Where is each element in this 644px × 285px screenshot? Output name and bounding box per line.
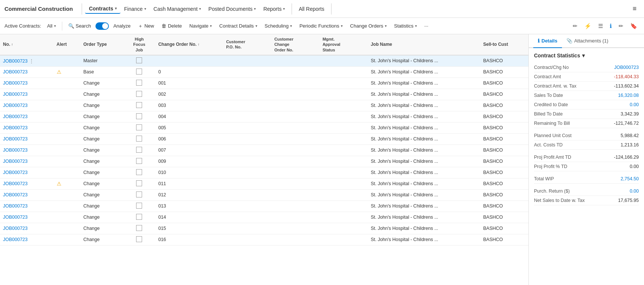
hfj-checkbox[interactable] (136, 147, 142, 153)
hfj-checkbox[interactable] (136, 225, 142, 231)
contract-statistics-title[interactable]: Contract Statistics ▾ (534, 53, 639, 58)
contract-no-link[interactable]: JOB000723 (3, 237, 28, 242)
more-button[interactable]: ··· (421, 22, 431, 30)
contract-no-link[interactable]: JOB000723 (3, 80, 28, 86)
hfj-checkbox[interactable] (136, 80, 142, 86)
table-row[interactable]: JOB000723Change003St. John's Hospital - … (0, 100, 528, 111)
nav-finance[interactable]: Finance ▾ (120, 4, 150, 13)
table-row[interactable]: JOB000723Change006St. John's Hospital - … (0, 133, 528, 145)
scheduling-button[interactable]: Scheduling ▾ (262, 22, 295, 30)
hfj-cell[interactable] (123, 234, 155, 245)
hfj-cell[interactable] (123, 77, 155, 89)
col-header-jobname[interactable]: Job Name (368, 34, 480, 55)
list-view-icon-button[interactable]: ☰ (596, 21, 605, 31)
table-area[interactable]: No. ↑ Alert Order Type HighFocusJob Chan… (0, 34, 528, 285)
col-header-alert[interactable]: Alert (54, 34, 81, 55)
hfj-cell[interactable] (123, 66, 155, 77)
col-header-custchg[interactable]: CustomerChangeOrder No. (271, 34, 320, 55)
periodic-functions-button[interactable]: Periodic Functions ▾ (296, 22, 346, 30)
table-row[interactable]: JOB000723Change015St. John's Hospital - … (0, 223, 528, 234)
bookmark-icon-button[interactable]: 🔖 (628, 21, 640, 31)
hfj-checkbox[interactable] (136, 236, 142, 242)
hfj-cell[interactable] (123, 189, 155, 200)
statistics-button[interactable]: Statistics ▾ (391, 22, 420, 30)
contract-no-link[interactable]: JOB000723 (3, 69, 28, 75)
contract-no-link[interactable]: JOB000723 (3, 58, 28, 64)
analyze-toggle[interactable] (95, 22, 109, 30)
hfj-cell[interactable] (123, 223, 155, 234)
contract-no-link[interactable]: JOB000723 (3, 114, 28, 119)
hfj-cell[interactable] (123, 212, 155, 223)
contract-no-link[interactable]: JOB000723 (3, 148, 28, 153)
table-row[interactable]: JOB000723Change016St. John's Hospital - … (0, 234, 528, 245)
table-row[interactable]: JOB000723⚠Base0St. John's Hospital - Chi… (0, 66, 528, 77)
col-header-chgno[interactable]: Change Order No. ↑ (155, 34, 223, 55)
hfj-checkbox[interactable] (136, 69, 142, 75)
hamburger-menu-icon[interactable]: ≡ (629, 3, 640, 14)
navigate-button[interactable]: Navigate ▾ (186, 22, 215, 30)
change-orders-button[interactable]: Change Orders ▾ (347, 22, 390, 30)
table-row[interactable]: JOB000723Change014St. John's Hospital - … (0, 212, 528, 223)
table-row[interactable]: JOB000723Change009St. John's Hospital - … (0, 156, 528, 167)
edit-icon-button[interactable]: ✏ (571, 21, 580, 31)
contract-no-link[interactable]: JOB000723 (3, 159, 28, 164)
hfj-checkbox[interactable] (136, 191, 142, 197)
nav-reports[interactable]: Reports ▾ (260, 4, 289, 13)
hfj-checkbox[interactable] (136, 113, 142, 119)
hfj-checkbox[interactable] (136, 91, 142, 97)
hfj-cell[interactable] (123, 156, 155, 167)
col-header-hfj[interactable]: HighFocusJob (123, 34, 155, 55)
tab-details[interactable]: ℹ Details (533, 34, 562, 48)
hfj-checkbox[interactable] (136, 214, 142, 220)
table-row[interactable]: JOB000723Change005St. John's Hospital - … (0, 122, 528, 133)
contract-no-link[interactable]: JOB000723 (3, 92, 28, 97)
table-row[interactable]: JOB000723Change002St. John's Hospital - … (0, 89, 528, 100)
hfj-cell[interactable] (123, 111, 155, 122)
contract-no-link[interactable]: JOB000723 (3, 215, 28, 220)
hfj-checkbox[interactable] (136, 180, 142, 186)
hfj-checkbox[interactable] (136, 169, 142, 175)
all-dropdown-button[interactable]: All ▾ (44, 22, 59, 30)
hfj-checkbox[interactable] (136, 136, 142, 142)
hfj-cell[interactable] (123, 89, 155, 100)
contract-no-link[interactable]: JOB000723 (3, 103, 28, 108)
nav-all-reports[interactable]: All Reports (295, 4, 328, 13)
col-header-no[interactable]: No. ↑ (0, 34, 54, 55)
hfj-checkbox[interactable] (136, 57, 142, 63)
contract-no-link[interactable]: JOB000723 (3, 125, 28, 130)
col-header-mgmtappr[interactable]: Mgmt.ApprovalStatus (320, 34, 368, 55)
nav-posted-documents[interactable]: Posted Documents ▾ (205, 4, 260, 13)
hfj-checkbox[interactable] (136, 124, 142, 130)
hfj-checkbox[interactable] (136, 203, 142, 209)
hfj-cell[interactable] (123, 167, 155, 178)
hfj-cell[interactable] (123, 100, 155, 111)
hfj-cell[interactable] (123, 178, 155, 189)
hfj-checkbox[interactable] (136, 158, 142, 164)
info-icon-button[interactable]: ℹ (607, 21, 614, 31)
contract-no-link[interactable]: JOB000723 (3, 203, 28, 209)
table-row[interactable]: JOB000723Change010St. John's Hospital - … (0, 167, 528, 178)
hfj-checkbox[interactable] (136, 102, 142, 108)
table-row[interactable]: JOB000723Change001St. John's Hospital - … (0, 77, 528, 89)
pencil-icon-button[interactable]: ✏ (616, 21, 626, 31)
table-row[interactable]: JOB000723⚠Change011St. John's Hospital -… (0, 178, 528, 189)
col-header-custpo[interactable]: CustomerP.O. No. (223, 34, 271, 55)
nav-cash-management[interactable]: Cash Management ▾ (150, 4, 205, 13)
filter-icon-button[interactable]: ⚡ (582, 21, 594, 31)
delete-button[interactable]: 🗑 Delete (158, 22, 185, 30)
hfj-cell[interactable] (123, 200, 155, 212)
table-row[interactable]: JOB000723Change007St. John's Hospital - … (0, 145, 528, 156)
table-row[interactable]: JOB000723 ⋮MasterSt. John's Hospital - C… (0, 55, 528, 67)
contract-no-link[interactable]: JOB000723 (3, 181, 28, 186)
col-header-selltocust[interactable]: Sell-to Cust (480, 34, 528, 55)
hfj-cell[interactable] (123, 122, 155, 133)
analyze-button[interactable]: Analyze (110, 22, 133, 30)
row-context-menu[interactable]: ⋮ (28, 58, 34, 64)
contract-no-link[interactable]: JOB000723 (3, 192, 28, 197)
contract-no-link[interactable]: JOB000723 (3, 136, 28, 142)
hfj-cell[interactable] (123, 145, 155, 156)
tab-attachments[interactable]: 📎 Attachments (1) (562, 34, 613, 48)
contract-details-button[interactable]: Contract Details ▾ (216, 22, 260, 30)
hfj-cell[interactable] (123, 133, 155, 145)
table-row[interactable]: JOB000723Change012St. John's Hospital - … (0, 189, 528, 200)
